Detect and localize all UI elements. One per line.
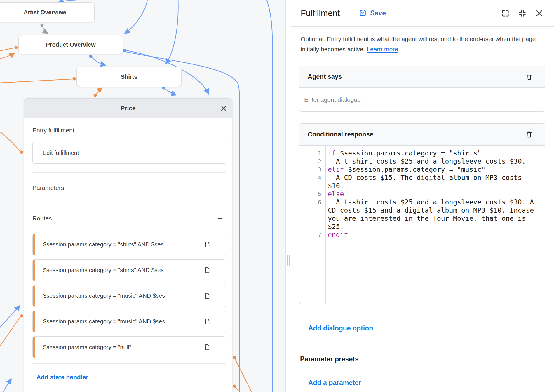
agent-says-card: Agent says Enter agent dialogue xyxy=(299,66,545,112)
route-card[interactable]: $session.params.category = "music" AND $… xyxy=(32,285,226,307)
route-accent-bar xyxy=(33,234,35,255)
add-route-icon[interactable] xyxy=(215,214,225,223)
node-label: Artist Overview xyxy=(24,9,67,16)
route-card[interactable]: $session.params.category = "music" AND $… xyxy=(32,311,226,332)
price-card-title: Price xyxy=(24,105,232,112)
save-button[interactable]: Save xyxy=(359,9,386,17)
code-line: 2 A t-shirt costs $25 and a longsleeve c… xyxy=(299,157,545,165)
add-state-handler-link[interactable]: Add state handler xyxy=(36,374,88,381)
routes-list: $session.params.category = "shirts" AND … xyxy=(32,234,226,358)
close-icon[interactable] xyxy=(535,9,543,18)
routes-section: Routes xyxy=(32,203,226,234)
flow-node-shirts[interactable]: Shirts xyxy=(76,66,182,87)
conditional-response-card: Conditional response 1 if $session.param… xyxy=(299,123,545,304)
condition-code-editor[interactable]: 1 if $session.params.category = "shirts"… xyxy=(299,146,545,304)
add-parameter-icon[interactable] xyxy=(215,183,225,193)
node-label: Product Overview xyxy=(46,41,95,48)
conditional-response-title: Conditional response xyxy=(308,131,373,138)
panel-description: Optional. Entry fulfillment is what the … xyxy=(301,34,546,54)
parameter-presets-label: Parameter presets xyxy=(300,355,359,363)
document-icon xyxy=(204,241,211,248)
flow-canvas[interactable]: Artist Overview Product Overview Shirts … xyxy=(0,0,285,392)
document-icon xyxy=(204,267,211,274)
fullscreen-exit-icon[interactable] xyxy=(518,9,527,18)
parameters-section: Parameters xyxy=(32,173,226,203)
flow-node-product-overview[interactable]: Product Overview xyxy=(18,35,123,54)
learn-more-link[interactable]: Learn more xyxy=(367,46,398,52)
agent-says-header: Agent says xyxy=(299,66,545,88)
flow-node-artist-overview[interactable]: Artist Overview xyxy=(0,2,95,22)
delete-icon[interactable] xyxy=(525,73,533,81)
agent-says-title: Agent says xyxy=(308,73,342,80)
price-card-header[interactable]: Price xyxy=(24,99,232,118)
route-accent-bar xyxy=(33,260,35,281)
code-line: 4 A CD costs $15. The digital album on M… xyxy=(299,174,545,190)
fullscreen-icon[interactable] xyxy=(501,9,510,18)
route-accent-bar xyxy=(33,337,35,358)
document-icon xyxy=(204,344,211,351)
delete-icon[interactable] xyxy=(525,130,533,139)
document-icon xyxy=(204,293,211,299)
flow-node-price-expanded: Price Entry fulfillment Edit fulfillment… xyxy=(24,98,232,392)
route-card[interactable]: $session.params.category = "shirts" AND … xyxy=(32,259,226,281)
add-a-parameter-link[interactable]: Add a parameter xyxy=(308,379,361,387)
close-icon[interactable] xyxy=(220,104,227,112)
fulfillment-panel-header: Fulfillment Save xyxy=(291,0,554,27)
node-label: Shirts xyxy=(121,74,137,80)
splitter-drag-handle[interactable] xyxy=(287,255,290,266)
code-line: 1 if $session.params.category = "shirts" xyxy=(299,149,545,157)
route-accent-bar xyxy=(33,285,35,307)
code-line: 6 A t-shirt costs $25 and a longsleeve c… xyxy=(299,198,545,231)
document-icon xyxy=(204,318,211,325)
conditional-response-header: Conditional response xyxy=(299,124,545,146)
route-card[interactable]: $session.params.category = "shirts" AND … xyxy=(32,234,226,256)
agent-says-body: Enter agent dialogue xyxy=(299,88,545,112)
agent-dialogue-input[interactable]: Enter agent dialogue xyxy=(299,96,545,103)
route-card[interactable]: $session.params.category = "null" xyxy=(32,336,226,358)
routes-label: Routes xyxy=(32,215,52,222)
parameters-label: Parameters xyxy=(32,184,64,191)
route-accent-bar xyxy=(33,311,35,332)
panel-title: Fulfillment xyxy=(301,8,340,18)
edit-fulfillment-button[interactable]: Edit fulfillment xyxy=(32,142,226,164)
code-line: 3 elif $session.params.category = "music… xyxy=(299,165,545,174)
code-line: 7 endif xyxy=(299,231,545,239)
panel-splitter[interactable] xyxy=(285,0,292,392)
dialogflow-page-editor: Artist Overview Product Overview Shirts … xyxy=(0,0,554,392)
entry-fulfillment-label: Entry fulfillment xyxy=(32,118,226,134)
divider xyxy=(32,363,226,364)
code-line: 5 else xyxy=(299,190,545,198)
price-card-body: Entry fulfillment Edit fulfillment Param… xyxy=(24,118,232,381)
fulfillment-panel: Fulfillment Save Opt xyxy=(291,0,554,392)
add-dialogue-option-link[interactable]: Add dialogue option xyxy=(308,324,373,332)
save-icon xyxy=(359,9,367,17)
